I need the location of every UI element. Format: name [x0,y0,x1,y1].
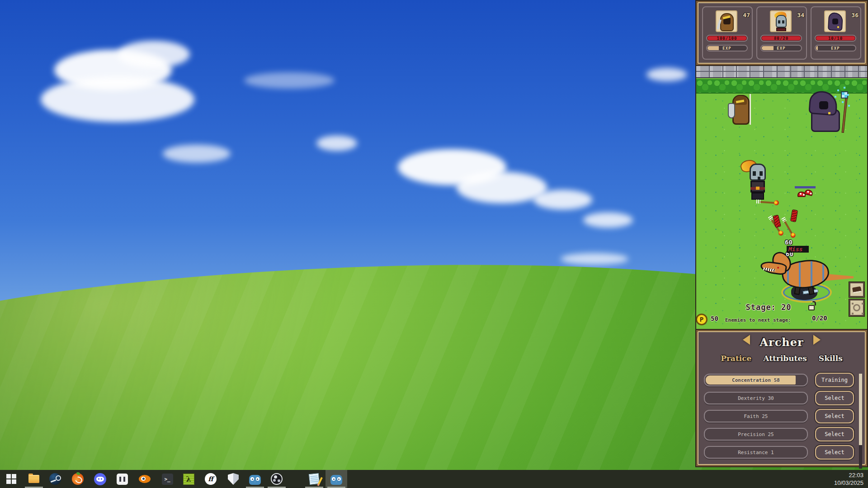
archer-level: 47 [743,12,750,19]
concentration-progress: Concentration 58 [704,374,808,386]
attribute-row: Precision 25 Select [704,428,866,441]
cloud [244,72,335,89]
stage-label: Stage: 20 [723,303,814,312]
wizard-hp-bar: 10/10 [815,35,856,42]
resistance-label: Resistance 1 [705,447,807,458]
windows-security-button[interactable] [226,472,241,486]
godot-icon [330,475,342,485]
steam-button[interactable] [48,472,62,486]
attribute-row: Faith 25 Select [704,410,866,423]
wizard-portrait [824,10,846,32]
discord-icon [94,473,106,485]
machine-button[interactable] [849,299,864,316]
dexterity-label: Dexterity 30 [705,393,807,404]
class-title: Archer [760,336,803,349]
panel-scrollbar[interactable] [859,374,862,469]
magic-sparkles-icon [837,89,839,91]
discord-button[interactable] [93,472,107,486]
red-bolt-projectile [773,215,781,228]
wizard-hp-text: 10/10 [816,36,855,41]
concentration-label: Concentration 58 [705,375,807,385]
wizard-clasp-icon [828,112,830,114]
blender-icon [139,475,151,483]
bestiary-button[interactable] [849,282,864,297]
taskbar: >_ λ ff 22:03 10/03/2025 [0,470,868,488]
file-explorer-button[interactable] [27,472,41,486]
archer-exp-label: EXP [707,46,747,51]
party-panel: 47 100/100 EXP [695,0,868,66]
notepad-button[interactable] [307,472,321,486]
precision-pill: Precision 25 [704,428,808,441]
knight-portrait [770,10,792,32]
wizard-staff-head-icon [841,91,848,99]
raptor-eye-icon [777,267,779,269]
obs-button[interactable] [269,472,284,486]
clock-date: 10/03/2025 [834,479,863,487]
select-dexterity-button[interactable]: Select [815,391,854,405]
select-faith-button[interactable]: Select [815,409,854,423]
stone-wall [696,66,867,78]
tab-attributes[interactable]: Attributes [763,354,807,363]
panel-scrollbar-thumb[interactable] [859,445,862,469]
knight-collar-icon [776,28,786,32]
class-panel: Archer Pratice Attributes Skills Concent… [695,329,868,467]
attribute-row: Concentration 58 Training [704,374,866,387]
tab-skills[interactable]: Skills [819,354,843,363]
shield-icon [228,473,239,485]
game-window: 47 100/100 EXP [695,0,868,467]
class-title-row: Archer [698,336,865,349]
stage-lock-icon[interactable] [808,301,816,311]
precision-label: Precision 25 [705,429,807,440]
knight-hp-bar: 80/20 [760,35,802,42]
fl-studio-icon [72,473,84,485]
knight-eye-icon [753,171,756,176]
outlet-icon [117,474,128,485]
archer-exp-bar: EXP [706,45,748,52]
fl-studio-button[interactable] [71,472,85,486]
party-card-knight[interactable]: 34 80/20 EXP [756,6,807,60]
knight-level: 34 [797,12,804,19]
outlet-app-button[interactable] [115,472,129,486]
faith-label: Faith 25 [705,411,807,422]
party-panel-body: 47 100/100 EXP [698,2,866,64]
class-tabs: Pratice Attributes Skills [698,354,865,363]
training-button[interactable]: Training [815,373,854,387]
cloud [118,41,190,68]
select-precision-button[interactable]: Select [815,427,854,441]
godot-button[interactable] [248,472,262,486]
terminal-icon: >_ [162,474,173,485]
archer-portrait [716,10,737,32]
knight-nose-icon [758,177,760,180]
resistance-pill: Resistance 1 [704,446,808,459]
party-card-wizard[interactable]: 36 10/10 EXP [811,6,861,60]
blender-button[interactable] [137,472,152,486]
knight-exp-label: EXP [761,46,801,51]
knight-eye-icon [782,20,784,23]
wizard-face-icon [819,101,828,109]
fontforge-button[interactable]: ff [203,472,218,486]
wizard-face-icon [832,19,838,24]
godot-icon [249,475,261,485]
cloud [163,145,231,163]
archer-shield-icon [728,103,735,118]
knight-legs-icon [751,192,764,200]
tab-pratice[interactable]: Pratice [721,354,751,363]
start-button[interactable] [4,472,19,486]
taskbar-clock[interactable]: 22:03 10/03/2025 [834,471,863,487]
raptor-teeth-icon [763,267,775,272]
dial-icon [853,304,860,311]
cloud [646,68,687,81]
obs-icon [271,473,283,485]
knight-buckle-icon [756,187,760,190]
attribute-row: Dexterity 30 Select [704,392,866,405]
attribute-row: Resistance 1 Select [704,446,866,460]
notepad-icon [309,473,320,485]
party-card-archer[interactable]: 47 100/100 EXP [702,6,753,60]
terminal-button[interactable]: >_ [160,472,175,486]
select-resistance-button[interactable]: Select [815,445,854,460]
lambda-app-button[interactable]: λ [181,472,196,486]
godot-active-button[interactable] [329,472,344,486]
prev-class-arrow-icon[interactable] [743,335,750,345]
knight-hp-text: 80/20 [761,36,801,41]
next-class-arrow-icon[interactable] [813,335,821,345]
